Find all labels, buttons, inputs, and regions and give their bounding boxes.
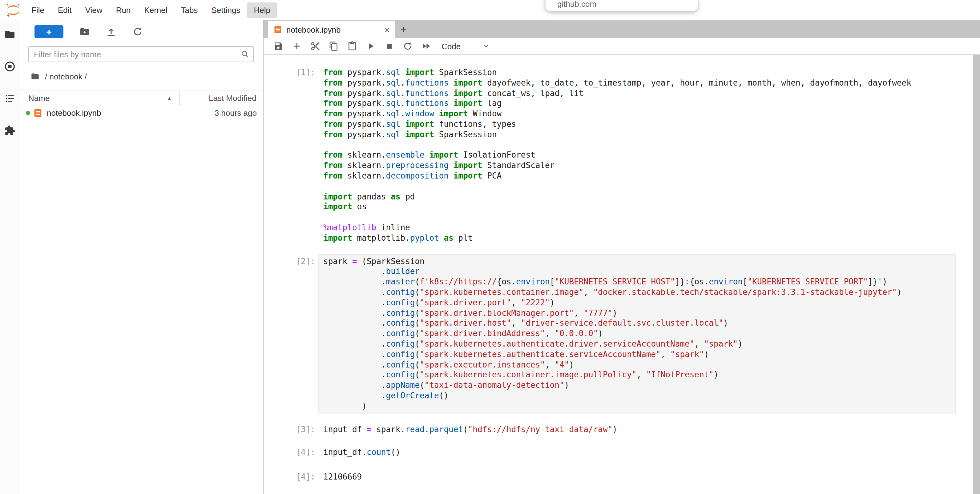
code-line: %matplotlib inline bbox=[323, 223, 955, 233]
new-launcher-label: + bbox=[46, 27, 52, 37]
copy-cells-button[interactable] bbox=[325, 38, 343, 54]
run-icon bbox=[366, 41, 375, 51]
filter-files-input[interactable] bbox=[28, 46, 254, 62]
code-line: from pyspark.sql.functions import concat… bbox=[323, 88, 955, 99]
breadcrumb-path[interactable]: / notebook / bbox=[45, 72, 87, 81]
jupyter-logo bbox=[5, 2, 21, 18]
file-row[interactable]: notebook.ipynb3 hours ago bbox=[20, 105, 263, 120]
code-line: from pyspark.sql.functions import lag bbox=[323, 99, 955, 109]
code-line: .getOrCreate() bbox=[323, 391, 955, 401]
menu-edit[interactable]: Edit bbox=[51, 2, 78, 17]
tab-notebook[interactable]: notebook.ipynb × bbox=[268, 21, 395, 38]
cell-editor[interactable]: input_df = spark.read.parquet("hdfs://hd… bbox=[318, 422, 956, 437]
code-cell: [1]:from pyspark.sql import SparkSession… bbox=[274, 65, 973, 246]
file-name: notebook.ipynb bbox=[47, 108, 101, 117]
column-header-name[interactable]: Name ▲ bbox=[20, 91, 179, 105]
code-line: input_df = spark.read.parquet("hdfs://hd… bbox=[323, 424, 955, 435]
kernel-running-dot bbox=[26, 111, 30, 115]
table-of-contents-icon bbox=[4, 93, 15, 104]
search-icon bbox=[241, 50, 250, 61]
code-line: .builder bbox=[323, 267, 955, 277]
add-cell-button[interactable] bbox=[288, 38, 306, 54]
interrupt-kernel-button[interactable] bbox=[380, 38, 398, 54]
paste-icon bbox=[347, 41, 357, 51]
menu-file[interactable]: File bbox=[25, 2, 51, 17]
add-icon bbox=[292, 41, 302, 51]
menu-tabs[interactable]: Tabs bbox=[174, 2, 205, 17]
menu-run[interactable]: Run bbox=[109, 2, 138, 17]
activity-bar bbox=[0, 20, 20, 494]
close-tab-icon[interactable]: × bbox=[384, 25, 390, 34]
sidebar-tab-file-browser[interactable] bbox=[4, 29, 16, 40]
chevron-down-icon bbox=[482, 43, 490, 50]
home-folder-icon[interactable] bbox=[31, 72, 40, 81]
menu-help[interactable]: Help bbox=[247, 2, 277, 17]
vertical-scrollbar[interactable] bbox=[973, 55, 980, 494]
code-line: from pyspark.sql.window import Window bbox=[323, 109, 955, 119]
code-line: import os bbox=[323, 202, 955, 213]
new-launcher-button[interactable]: + bbox=[35, 25, 64, 38]
new-tab-button[interactable]: + bbox=[395, 20, 411, 38]
browser-popup: github.com bbox=[546, 0, 698, 11]
column-header-last-modified[interactable]: Last Modified bbox=[180, 91, 263, 105]
restart-icon bbox=[403, 41, 412, 51]
sidebar-tab-extensions[interactable] bbox=[4, 125, 16, 136]
jupyter-logo-icon bbox=[5, 2, 21, 17]
execution-count: [2]: bbox=[274, 254, 315, 414]
puzzle-icon bbox=[4, 125, 15, 136]
paste-cells-button[interactable] bbox=[343, 38, 361, 54]
menu-view[interactable]: View bbox=[78, 2, 109, 17]
filter-box bbox=[28, 46, 254, 62]
run-cell-button[interactable] bbox=[361, 38, 380, 54]
copy-icon bbox=[329, 41, 339, 51]
upload-icon bbox=[106, 27, 116, 37]
cut-cells-button[interactable] bbox=[306, 38, 325, 54]
restart-kernel-button[interactable] bbox=[398, 38, 417, 54]
code-line bbox=[323, 212, 955, 223]
file-icon-wrap bbox=[33, 108, 43, 117]
file-modified: 3 hours ago bbox=[215, 108, 257, 117]
output-area: 12106669 bbox=[318, 465, 956, 484]
menu-kernel[interactable]: Kernel bbox=[137, 2, 174, 17]
scissors-icon bbox=[310, 41, 320, 51]
cell-editor[interactable]: from pyspark.sql import SparkSessionfrom… bbox=[318, 65, 956, 246]
code-cell: [3]:input_df = spark.read.parquet("hdfs:… bbox=[274, 422, 973, 437]
cell-editor[interactable]: spark = (SparkSession .builder .master(f… bbox=[318, 254, 956, 414]
notebook-toolbar: Code bbox=[264, 38, 980, 55]
code-line: .master(f'k8s://https://{os.environ["KUB… bbox=[323, 277, 955, 288]
restart-run-all-button[interactable] bbox=[417, 38, 435, 54]
new-folder-icon bbox=[79, 27, 90, 37]
file-browser-toolbar: + bbox=[20, 20, 263, 43]
new-folder-button[interactable] bbox=[79, 26, 90, 37]
code-line: from pyspark.sql import SparkSession bbox=[323, 130, 955, 140]
code-cell: [2]:spark = (SparkSession .builder .mast… bbox=[274, 254, 973, 414]
code-line: spark = (SparkSession bbox=[323, 256, 955, 267]
code-line: from pyspark.sql.functions import dayofw… bbox=[323, 78, 955, 89]
refresh-button[interactable] bbox=[132, 26, 143, 37]
folder-icon bbox=[4, 29, 15, 40]
code-line: .config("spark.driver.host", "driver-ser… bbox=[323, 319, 955, 329]
cell-type-select[interactable]: Code bbox=[442, 41, 490, 51]
code-line: .config("spark.driver.bindAddress", "0.0… bbox=[323, 329, 955, 339]
code-line: .config("spark.kubernetes.container.imag… bbox=[323, 288, 955, 298]
cell-editor[interactable]: input_df.count() bbox=[318, 445, 956, 461]
notebook-file-icon bbox=[274, 25, 282, 34]
code-line: .appName("taxi-data-anomaly-detection") bbox=[323, 380, 955, 391]
fast-forward-icon bbox=[421, 41, 431, 51]
code-line: .config("spark.kubernetes.authenticate.s… bbox=[323, 349, 955, 360]
code-line: ) bbox=[323, 401, 955, 411]
code-line bbox=[323, 182, 955, 192]
code-line: .config("spark.driver.blockManager.port"… bbox=[323, 308, 955, 319]
code-line: input_df.count() bbox=[323, 448, 955, 458]
upload-button[interactable] bbox=[105, 26, 116, 37]
menu-settings[interactable]: Settings bbox=[204, 2, 247, 17]
code-line: .config("spark.kubernetes.container.imag… bbox=[323, 370, 955, 381]
sidebar-tab-running-sessions[interactable] bbox=[4, 61, 16, 72]
output-cell: [4]:12106669 bbox=[274, 465, 973, 484]
menu-bar: FileEditViewRunKernelTabsSettingsHelp bbox=[0, 0, 980, 20]
file-browser-panel: + bbox=[20, 20, 263, 494]
code-line: 12106669 bbox=[323, 472, 956, 483]
sidebar-tab-table-of-contents[interactable] bbox=[4, 93, 16, 104]
tab-label: notebook.ipynb bbox=[286, 25, 340, 34]
save-button[interactable] bbox=[269, 38, 288, 54]
